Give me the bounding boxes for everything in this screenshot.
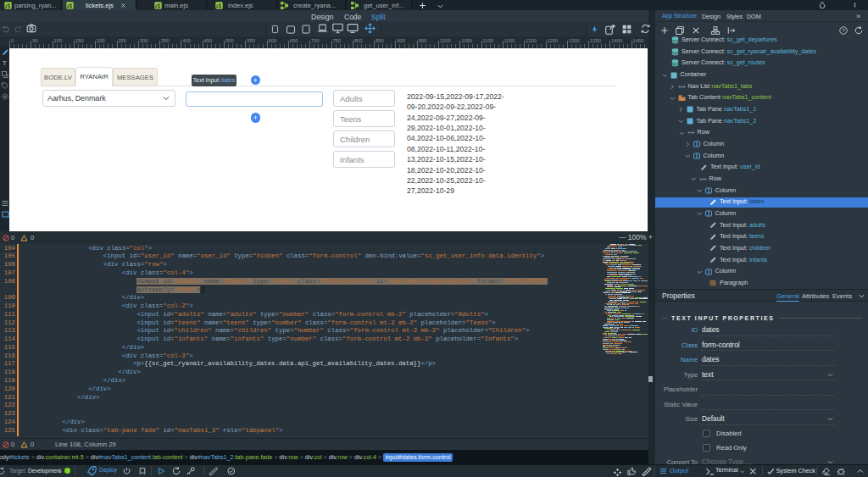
svg-text:?: ?	[842, 27, 844, 32]
